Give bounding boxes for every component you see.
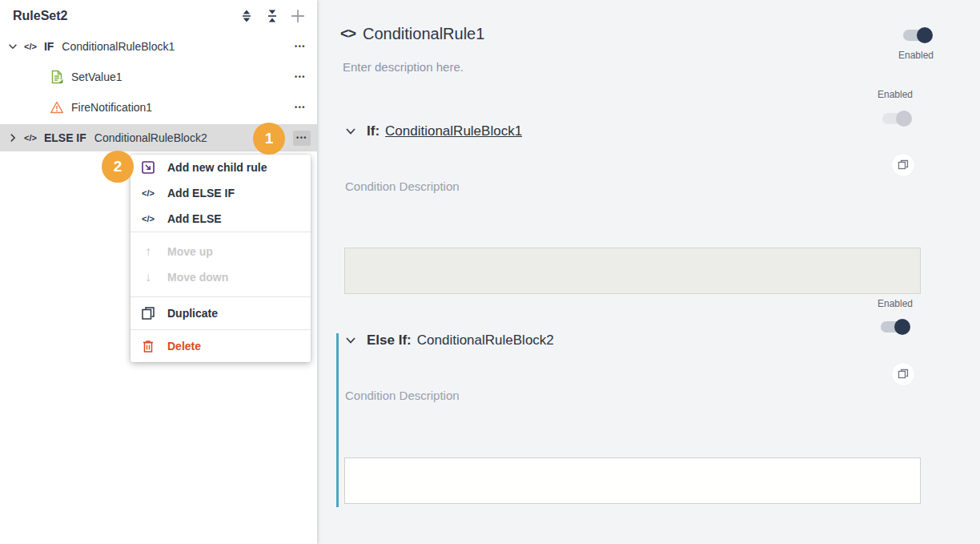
add-child-rule-icon (140, 159, 156, 175)
elseif-enabled-label: Enabled (862, 298, 913, 309)
chevron-down-icon[interactable] (344, 125, 357, 138)
menu-item-add-new-child-rule[interactable]: Add new child rule (131, 155, 311, 180)
elseif-enabled-toggle[interactable] (881, 321, 910, 332)
row-menu-icon[interactable]: ••• (293, 71, 307, 83)
menu-item-move-up: ↑ Move up (131, 239, 311, 264)
if-keyword: If: (367, 123, 380, 139)
menu-item-label: Delete (167, 340, 201, 353)
code-block-icon: </> (140, 214, 156, 224)
elseif-condition-description-label: Condition Description (345, 389, 460, 402)
code-block-icon: </> (140, 188, 156, 198)
conditional-rule-icon: <> (340, 26, 355, 42)
rule-name: ConditionalRuleBlock2 (94, 131, 207, 144)
elseif-section-header: Else If: ConditionalRuleBlock2 (344, 331, 554, 350)
if-enabled-label: Enabled (862, 89, 913, 100)
collapse-all-icon[interactable] (263, 6, 282, 26)
add-rule-icon[interactable] (288, 6, 307, 26)
set-value-icon (50, 70, 64, 84)
elseif-copy-button[interactable] (892, 363, 914, 385)
elseif-keyword: Else If: (367, 332, 412, 349)
rule-description-input[interactable]: Enter description here. (343, 60, 464, 74)
chevron-down-icon[interactable] (344, 334, 357, 347)
row-menu-icon[interactable]: ••• (293, 102, 307, 114)
trash-icon (140, 338, 156, 354)
chevron-right-icon[interactable] (6, 131, 19, 144)
tree-row-firenotification1[interactable]: FireNotification1 ••• (0, 92, 317, 123)
if-condition-textarea (344, 248, 921, 294)
code-block-icon: </> (24, 133, 37, 143)
rule-enabled-toggle[interactable] (903, 30, 933, 41)
row-menu-icon[interactable]: ••• (293, 41, 307, 53)
duplicate-icon (140, 305, 156, 321)
menu-item-add-else[interactable]: </> Add ELSE (131, 206, 311, 232)
warning-triangle-icon (50, 100, 64, 115)
rule-context-menu: Add new child rule </> Add ELSE IF </> A… (131, 155, 311, 362)
if-enabled-toggle (882, 113, 912, 124)
toggle-thumb (896, 111, 912, 127)
rule-name: FireNotification1 (71, 101, 152, 114)
expand-all-icon[interactable] (237, 6, 256, 26)
sidebar-actions (237, 6, 307, 26)
arrow-up-icon: ↑ (140, 244, 156, 259)
rule-name: ConditionalRuleBlock1 (62, 40, 175, 53)
toggle-thumb (917, 27, 933, 43)
if-rule-link[interactable]: ConditionalRuleBlock1 (385, 123, 522, 139)
rule-detail-panel: <> ConditionalRule1 Enter description he… (317, 0, 980, 544)
tree-row-setvalue1[interactable]: SetValue1 ••• (0, 62, 317, 92)
rule-name: SetValue1 (71, 71, 122, 83)
rule-keyword: ELSE IF (44, 131, 86, 144)
menu-item-label: Add ELSE IF (167, 187, 235, 199)
menu-item-duplicate[interactable]: Duplicate (131, 300, 311, 326)
callout-step-1: 1 (253, 123, 285, 155)
menu-item-label: Add new child rule (167, 161, 267, 174)
row-menu-icon[interactable]: ••• (293, 131, 311, 146)
ruleset-title: RuleSet2 (13, 9, 67, 23)
rule-enabled-label: Enabled (889, 50, 943, 61)
menu-item-delete[interactable]: Delete (131, 333, 311, 359)
if-section-header: If: ConditionalRuleBlock1 (344, 122, 522, 141)
arrow-down-icon: ↓ (140, 270, 156, 284)
rule-keyword: IF (44, 40, 54, 53)
elseif-accent-bar (336, 333, 339, 507)
callout-step-2: 2 (102, 151, 134, 183)
if-copy-button[interactable] (892, 154, 914, 176)
chevron-down-icon[interactable] (6, 40, 19, 53)
elseif-condition-textarea[interactable] (344, 457, 921, 504)
menu-item-label: Move up (167, 245, 213, 258)
tree-row-if-block1[interactable]: </> IF ConditionalRuleBlock1 ••• (0, 31, 317, 62)
menu-item-label: Move down (167, 271, 228, 284)
if-condition-description-label: Condition Description (345, 179, 460, 193)
menu-item-label: Add ELSE (167, 212, 222, 225)
sidebar-header: RuleSet2 (0, 0, 317, 31)
elseif-rule-name: ConditionalRuleBlock2 (417, 332, 554, 349)
rule-title-row: <> ConditionalRule1 (340, 25, 484, 43)
menu-item-label: Duplicate (167, 307, 218, 320)
rule-title: ConditionalRule1 (363, 25, 484, 43)
menu-item-move-down: ↓ Move down (131, 264, 311, 290)
toggle-thumb (894, 319, 910, 335)
menu-item-add-else-if[interactable]: </> Add ELSE IF (131, 180, 311, 206)
code-block-icon: </> (24, 42, 37, 51)
